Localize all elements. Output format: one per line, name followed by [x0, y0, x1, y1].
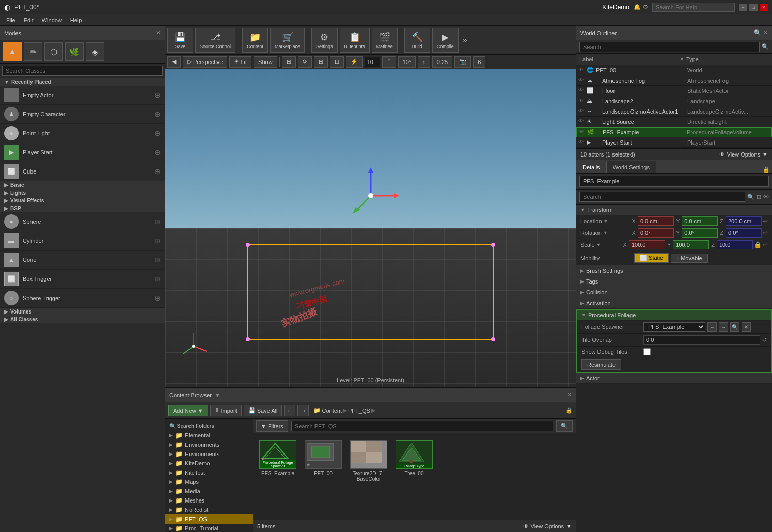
- settings-button[interactable]: ⚙ Settings: [311, 28, 338, 53]
- cb-forward-button[interactable]: →: [297, 405, 309, 416]
- wo-col-type[interactable]: Type: [686, 56, 769, 62]
- category-bsp[interactable]: ▶ BSP: [0, 205, 165, 212]
- minimize-button[interactable]: −: [739, 4, 747, 11]
- toolbar-more-button[interactable]: »: [461, 36, 469, 45]
- category-basic[interactable]: ▶ Basic: [0, 181, 165, 189]
- add-sphere-trigger-button[interactable]: ⊕: [154, 294, 161, 302]
- mobility-movable-button[interactable]: ↕ Movable: [671, 254, 708, 263]
- asset-texture2d[interactable]: ★ Texture2D_7_BaseColor: [348, 437, 389, 484]
- tree-item-pft-qs[interactable]: ▶ 📁 PFT_QS: [165, 514, 253, 524]
- matinee-button[interactable]: 🎬 Matinee: [372, 28, 398, 53]
- wo-visibility-button[interactable]: 👁: [578, 139, 586, 146]
- category-recently-placed[interactable]: ▼ Recently Placed: [0, 78, 165, 86]
- wo-item-landscape2[interactable]: 👁 ⛰ Landscape2 Landscape: [576, 96, 772, 106]
- vp-camera-speed-button[interactable]: ⚡: [346, 56, 363, 68]
- maximize-button[interactable]: □: [749, 4, 758, 11]
- compile-button[interactable]: ▶ Compile: [432, 28, 459, 53]
- wo-item-light-source[interactable]: 👁 ☀ Light Source DirectionalLight: [576, 117, 772, 127]
- wo-visibility-button[interactable]: 👁: [578, 108, 586, 115]
- wo-item-player-start[interactable]: 👁 ▶ Player Start PlayerStart: [576, 137, 772, 148]
- list-item[interactable]: ▶ Player Start ⊕: [0, 143, 165, 162]
- add-empty-actor-button[interactable]: ⊕: [154, 91, 161, 99]
- tree-item-kite-demo[interactable]: ▶ 📁 KiteDemo: [165, 459, 253, 468]
- tab-world-settings[interactable]: World Settings: [607, 161, 656, 173]
- add-empty-character-button[interactable]: ⊕: [154, 110, 161, 118]
- rot-y-input[interactable]: [682, 228, 718, 238]
- mode-paint-icon[interactable]: ✏: [24, 42, 42, 61]
- close-button[interactable]: ✕: [760, 4, 768, 11]
- wo-visibility-button[interactable]: 👁: [578, 87, 586, 95]
- tree-item-environments1[interactable]: ▶ 📁 Environments: [165, 440, 253, 449]
- tree-item-no-redist[interactable]: ▶ 📁 NoRedist: [165, 505, 253, 514]
- wo-item-pfs-example[interactable]: 👁 🌿 PFS_Example ProceduralFoliageVolume: [576, 127, 772, 137]
- tree-item-maps[interactable]: ▶ 📁 Maps: [165, 477, 253, 487]
- resimulate-button[interactable]: Resimulate: [581, 359, 621, 370]
- wo-close-button[interactable]: ✕: [763, 29, 768, 36]
- wo-visibility-button[interactable]: 👁: [579, 129, 586, 136]
- cb-path-pft-qs[interactable]: PFT_QS: [348, 408, 370, 414]
- wo-visibility-button[interactable]: 👁: [578, 77, 586, 84]
- vp-realtime-button[interactable]: ⟳: [298, 56, 312, 68]
- foliage-browse-button[interactable]: 🔍: [730, 322, 739, 332]
- wo-item-atmos-fog[interactable]: 👁 ☁ Atmospheric Fog AtmosphericFog: [576, 75, 772, 86]
- vp-scale-snap-button[interactable]: 0.25: [432, 56, 452, 68]
- rotation-dropdown-icon[interactable]: ▼: [603, 230, 608, 236]
- loc-z-input[interactable]: [726, 216, 762, 226]
- section-brush-settings[interactable]: ▶ Brush Settings: [576, 265, 772, 276]
- foliage-nav-next-button[interactable]: →: [719, 322, 728, 332]
- section-activation[interactable]: ▶ Activation: [576, 298, 772, 309]
- add-point-light-button[interactable]: ⊕: [154, 129, 161, 137]
- list-item[interactable]: Empty Actor ⊕: [0, 86, 165, 105]
- vp-show-button[interactable]: Show: [254, 56, 277, 68]
- foliage-clear-button[interactable]: ✕: [742, 322, 751, 332]
- mobility-static-button[interactable]: ⬜ Static: [634, 253, 669, 263]
- mode-landscape-icon[interactable]: ⬡: [44, 42, 63, 61]
- add-cone-button[interactable]: ⊕: [154, 256, 161, 264]
- actor-name-input[interactable]: [579, 176, 769, 187]
- vp-maximize-button[interactable]: ⊞: [282, 56, 296, 68]
- add-cube-button[interactable]: ⊕: [154, 167, 161, 176]
- wo-item-floor[interactable]: 👁 ⬜ Floor StaticMeshActor: [576, 86, 772, 96]
- foliage-spawner-dropdown[interactable]: PFS_Example: [643, 322, 705, 332]
- save-all-button[interactable]: 💾 Save All: [244, 405, 282, 416]
- viewport[interactable]: 实物拍摄 www.orgmeds.com 刁擎中国 Level: PFT_00 …: [165, 69, 576, 387]
- tree-item-meshes[interactable]: ▶ 📁 Meshes: [165, 496, 253, 505]
- scale-dropdown-icon[interactable]: ▼: [596, 242, 601, 247]
- mode-place-icon[interactable]: ▲: [3, 42, 22, 61]
- vp-nav-back-button[interactable]: ◀: [167, 56, 181, 68]
- wo-visibility-button[interactable]: 👁: [578, 98, 586, 105]
- mode-geometry-icon[interactable]: ◈: [86, 42, 104, 61]
- menu-edit[interactable]: Edit: [20, 14, 38, 26]
- add-sphere-button[interactable]: ⊕: [154, 217, 161, 226]
- import-button[interactable]: ⇩ Import: [210, 405, 242, 416]
- loc-reset-button[interactable]: ↩: [763, 217, 768, 225]
- loc-x-input[interactable]: [638, 216, 674, 226]
- section-tags[interactable]: ▶ Tags: [576, 276, 772, 287]
- wo-search-button[interactable]: 🔍: [754, 29, 761, 36]
- content-button[interactable]: 📁 Content: [242, 28, 268, 53]
- list-item[interactable]: ⬜ Cube ⊕: [0, 162, 165, 181]
- list-item[interactable]: ○ Sphere Trigger ⊕: [0, 289, 165, 308]
- tree-item-media[interactable]: ▶ 📁 Media: [165, 487, 253, 496]
- vp-lit-button[interactable]: ☀ Lit: [229, 56, 251, 68]
- details-lock-button[interactable]: 🔒: [763, 166, 770, 173]
- rot-z-input[interactable]: [726, 228, 762, 238]
- vp-grid-button[interactable]: ⊞: [314, 56, 328, 68]
- vp-perspective-button[interactable]: ▷ Perspective: [183, 56, 227, 68]
- scale-z-input[interactable]: [717, 240, 753, 249]
- vp-rotation-snap-button[interactable]: 10°: [398, 56, 416, 68]
- list-item[interactable]: ▬ Cylinder ⊕: [0, 231, 165, 251]
- asset-pfs-example[interactable]: Procedural Foliage Spawner ★ PFS_Example: [257, 437, 298, 484]
- cb-search-button[interactable]: 🔍: [556, 420, 573, 432]
- wo-col-label[interactable]: Label: [579, 56, 680, 62]
- list-item[interactable]: ▲ Cone ⊕: [0, 251, 165, 270]
- menu-window[interactable]: Window: [38, 14, 66, 26]
- scale-reset-button[interactable]: ↩: [763, 241, 768, 248]
- vp-arrow-button[interactable]: ↕: [418, 56, 430, 68]
- list-item[interactable]: ⬜ Box Trigger ⊕: [0, 270, 165, 289]
- section-procedural-foliage[interactable]: ▼ Procedural Foliage: [577, 310, 771, 321]
- category-lights[interactable]: ▶ Lights: [0, 189, 165, 197]
- scale-lock-icon[interactable]: 🔒: [754, 241, 762, 248]
- section-collision[interactable]: ▶ Collision: [576, 287, 772, 298]
- wo-visibility-button[interactable]: 👁: [578, 67, 586, 74]
